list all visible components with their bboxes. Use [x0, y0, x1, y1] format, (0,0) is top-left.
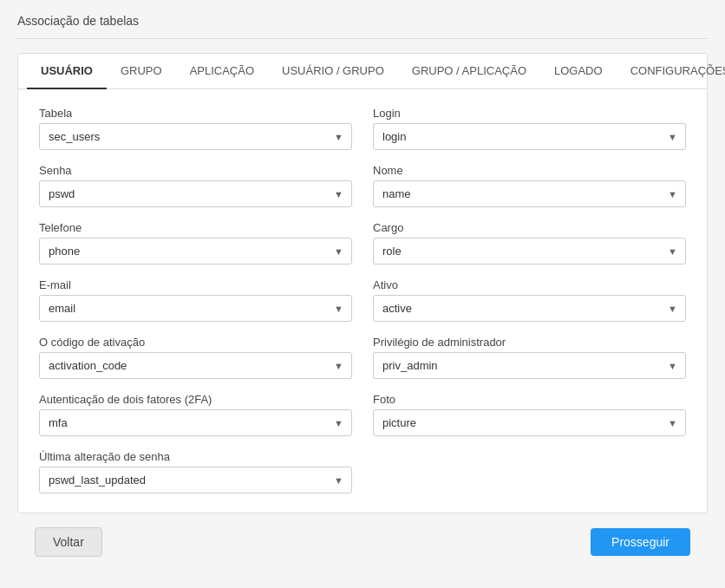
tab-aplicacao[interactable]: APLICAÇÃO	[176, 54, 268, 89]
telefone-select[interactable]: phone	[39, 238, 352, 265]
cargo-select[interactable]: role	[373, 238, 686, 265]
ativo-group: Ativo active ▼	[373, 278, 686, 322]
telefone-group: Telefone phone ▼	[39, 221, 352, 265]
cargo-select-wrapper: role ▼	[373, 238, 686, 265]
foto-label: Foto	[373, 393, 686, 406]
cargo-label: Cargo	[373, 221, 686, 234]
tab-usuario-grupo[interactable]: USUÁRIO / GRUPO	[268, 54, 398, 89]
tabela-label: Tabela	[39, 107, 352, 120]
tab-bar: USUÁRIO GRUPO APLICAÇÃO USUÁRIO / GRUPO …	[18, 54, 707, 89]
ativo-label: Ativo	[373, 278, 686, 291]
form-grid: Tabela sec_users ▼ Login login	[39, 107, 686, 493]
senha-select-wrapper: pswd ▼	[39, 180, 352, 207]
ativo-select[interactable]: active	[373, 295, 686, 322]
email-label: E-mail	[39, 278, 352, 291]
tabela-group: Tabela sec_users ▼	[39, 107, 352, 150]
mfa-select-wrapper: mfa ▼	[39, 409, 352, 436]
mfa-group: Autenticação de dois fatores (2FA) mfa ▼	[39, 393, 352, 436]
tab-grupo-aplicacao[interactable]: GRUPO / APLICAÇÃO	[398, 54, 540, 89]
privilegio-group: Privilégio de administrador priv_admin ▼	[373, 336, 686, 379]
senha-ultima-select[interactable]: pswd_last_updated	[39, 467, 352, 493]
codigo-select-wrapper: activation_code ▼	[39, 352, 352, 379]
codigo-group: O código de ativação activation_code ▼	[39, 336, 352, 379]
senha-ultima-select-wrapper: pswd_last_updated ▼	[39, 467, 352, 493]
cargo-group: Cargo role ▼	[373, 221, 686, 265]
login-select-wrapper: login ▼	[373, 123, 686, 150]
codigo-select[interactable]: activation_code	[39, 352, 352, 379]
email-select[interactable]: email	[39, 295, 352, 322]
privilegio-select[interactable]: priv_admin	[373, 352, 686, 379]
nome-select-wrapper: name ▼	[373, 180, 686, 207]
telefone-label: Telefone	[39, 221, 352, 234]
nome-select[interactable]: name	[373, 180, 686, 207]
ativo-select-wrapper: active ▼	[373, 295, 686, 322]
tabela-select-wrapper: sec_users ▼	[39, 123, 352, 150]
email-select-wrapper: email ▼	[39, 295, 352, 322]
tabela-select[interactable]: sec_users	[39, 123, 352, 150]
senha-ultima-group: Última alteração de senha pswd_last_upda…	[39, 450, 352, 493]
tab-configuracoes[interactable]: CONFIGURAÇÕES	[617, 54, 725, 89]
tab-usuario[interactable]: USUÁRIO	[27, 54, 107, 89]
login-label: Login	[373, 107, 686, 120]
back-button[interactable]: Voltar	[35, 527, 102, 557]
telefone-select-wrapper: phone ▼	[39, 238, 352, 265]
privilegio-label: Privilégio de administrador	[373, 336, 686, 349]
foto-select[interactable]: picture	[373, 409, 686, 436]
foto-group: Foto picture ▼	[373, 393, 686, 436]
codigo-label: O código de ativação	[39, 336, 352, 349]
senha-ultima-label: Última alteração de senha	[39, 450, 352, 463]
tab-grupo[interactable]: GRUPO	[107, 54, 176, 89]
email-group: E-mail email ▼	[39, 278, 352, 322]
nome-group: Nome name ▼	[373, 164, 686, 207]
mfa-select[interactable]: mfa	[39, 409, 352, 436]
login-select[interactable]: login	[373, 123, 686, 150]
login-group: Login login ▼	[373, 107, 686, 150]
next-button[interactable]: Prosseguir	[591, 528, 690, 556]
foto-select-wrapper: picture ▼	[373, 409, 686, 436]
footer: Voltar Prosseguir	[17, 513, 708, 571]
tab-logado[interactable]: LOGADO	[540, 54, 617, 89]
senha-select[interactable]: pswd	[39, 180, 352, 207]
form-area: Tabela sec_users ▼ Login login	[18, 89, 707, 513]
nome-label: Nome	[373, 164, 686, 177]
privilegio-select-wrapper: priv_admin ▼	[373, 352, 686, 379]
senha-group: Senha pswd ▼	[39, 164, 352, 207]
page-title: Associação de tabelas	[17, 14, 708, 28]
senha-label: Senha	[39, 164, 352, 177]
mfa-label: Autenticação de dois fatores (2FA)	[39, 393, 352, 406]
main-card: USUÁRIO GRUPO APLICAÇÃO USUÁRIO / GRUPO …	[17, 53, 708, 513]
